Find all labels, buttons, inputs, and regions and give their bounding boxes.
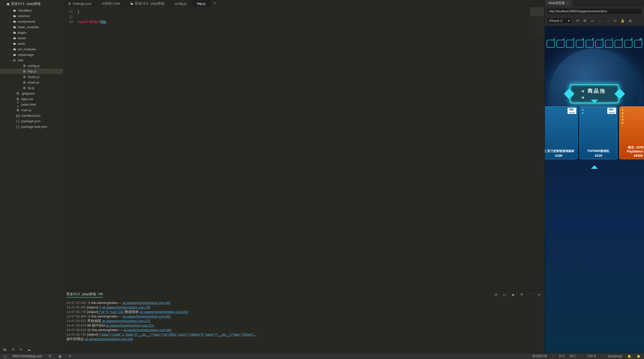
tree-item-router[interactable]: ›🖿router <box>0 35 63 41</box>
console-link[interactable]: at pages/home/luckbox.vue:163 <box>140 310 188 314</box>
tab---V3-3-pay---[interactable]: 🖿盲盒V3.3（pay)前端 <box>125 0 170 7</box>
number-box-8[interactable]: 8 <box>615 40 623 48</box>
tree-item-App-vue[interactable]: 🗎App.vue <box>0 96 63 102</box>
console-object[interactable]: {"id":5,"num":10} <box>99 310 124 314</box>
stop-icon[interactable]: ■ <box>511 293 515 297</box>
console-link[interactable]: at pages/home/luckbox.vue:139 <box>102 305 150 309</box>
console-link[interactable]: at pages/home/luckbox.vue:272 <box>102 319 150 323</box>
browser-tab[interactable]: Web浏览器 × <box>545 0 572 6</box>
number-box-5[interactable]: 5 <box>586 40 594 48</box>
tree-item-main-js[interactable]: 🗎main.js <box>0 107 63 113</box>
tree-item-manifest-json[interactable]: [o]manifest.json <box>0 113 63 118</box>
number-box-7[interactable]: 7 <box>605 40 613 48</box>
collapse-up-icon[interactable]: ˆ <box>528 293 533 297</box>
console-object[interactable]: {"data":{"code":1,"data":[{"__ob__":{"de… <box>99 333 257 336</box>
tab-config-js[interactable]: config.js <box>170 0 192 7</box>
project-name: 盲盒V3.3（pay)前端 <box>11 2 41 6</box>
refresh-icon[interactable]: ↻ <box>19 348 23 351</box>
tree-item--gitignore[interactable]: 🗎.gitignore <box>0 91 63 96</box>
console-link[interactable]: at pages/home/luckbox.vue:294 <box>85 337 133 341</box>
tree-item-share-js[interactable]: 🗎share.js <box>0 79 63 85</box>
cloud-icon[interactable]: ☁ <box>27 348 31 351</box>
tab-Settings-json[interactable]: 🗎Settings.json <box>63 0 97 7</box>
project-header[interactable]: ⌄ ▣ 盲盒V3.3（pay)前端 <box>0 0 63 8</box>
close-icon[interactable]: × <box>567 1 569 5</box>
number-box-10[interactable]: 10 <box>634 40 642 48</box>
device-select[interactable]: iPhone X ▾ <box>547 18 572 24</box>
console-link[interactable]: at pages/home/luckbox.vue:442 <box>123 301 171 305</box>
tree-item-http-js[interactable]: 🗎http.js <box>0 68 63 74</box>
language[interactable]: JavaScript <box>608 354 622 358</box>
number-box-1[interactable]: 1 <box>547 40 555 48</box>
rotate-icon[interactable]: ⟲ <box>575 19 580 23</box>
console-output[interactable]: 14:47:35.450 -1 this.winningIndex---- at… <box>63 299 545 353</box>
settings-icon[interactable]: ⚙ <box>583 19 587 23</box>
console-title[interactable]: 盲盒V3.3（pay)前端 - H5 <box>66 292 103 298</box>
tree-item-node-modules[interactable]: ›🖿node_modules <box>0 24 63 30</box>
tree-item-common[interactable]: ›🖿common <box>0 13 63 19</box>
code-editor[interactable]: 31 32 33 } export default http <box>63 7 545 290</box>
tree-item-static[interactable]: ›🖿static <box>0 41 63 46</box>
code-content[interactable]: } export default http <box>75 7 106 290</box>
collapse-icon[interactable]: ⟲ <box>11 348 15 351</box>
prize-card[interactable]: 高级SENIOR ★ 竞 灵刀定制智游戏鼠标 ¥180 <box>545 106 578 159</box>
tree-item-config-js[interactable]: 🗎config.js <box>0 63 63 68</box>
terminal-icon[interactable]: ▣ <box>58 354 62 358</box>
tree-item--hbuilderx[interactable]: ›🖿.hbuilderx <box>0 8 63 13</box>
prize-card[interactable]: 传 ★★★★★ 索尼（SONY）PlayStation PS5 ¥4568 <box>619 106 644 159</box>
number-box-3[interactable]: 3 <box>566 40 574 48</box>
tabs-more[interactable]: ▾ <box>211 0 219 7</box>
minimap[interactable] <box>530 7 545 37</box>
tree-item-utils[interactable]: ⌄🗁utils <box>0 57 63 63</box>
status-bar: ◯ 3500710050@qq.com ☰ ▣ ⟳ 语法提示库 | 行:1 列:… <box>0 353 644 359</box>
lock-icon[interactable]: 🔓 <box>620 19 625 23</box>
restart-icon[interactable]: ⟳ <box>494 293 498 297</box>
file-icon: 🗎 <box>23 69 26 73</box>
tree-item-unpackage[interactable]: ›🖿unpackage <box>0 52 63 57</box>
notification-icon[interactable]: 🔔 <box>627 354 631 358</box>
back-icon[interactable]: ← <box>598 19 602 23</box>
bell-icon[interactable]: 🔔 <box>637 354 640 358</box>
tree-item-tip-js[interactable]: 🗎tip.js <box>0 85 63 91</box>
folder-icon: 🖿 <box>13 9 16 12</box>
tree-item-package-lock-json[interactable]: { }package-lock.json <box>0 124 63 129</box>
tree-item-pages[interactable]: ›🖿pages <box>0 30 63 35</box>
user-icon[interactable]: ◯ <box>4 354 7 358</box>
play-icon[interactable]: ▷ <box>502 293 507 297</box>
user-email[interactable]: 3500710050@qq.com <box>12 354 42 358</box>
number-box-4[interactable]: 4 <box>576 40 584 48</box>
tree-item-music-js[interactable]: 🗎music.js <box>0 74 63 79</box>
reload-icon[interactable]: ↻ <box>613 19 617 23</box>
arrow-up-icon <box>591 162 598 169</box>
console-object[interactable]: {} <box>99 305 101 309</box>
forward-icon[interactable]: → <box>605 19 610 23</box>
console-link[interactable]: at pages/home/luckbox.vue:274 <box>106 324 154 327</box>
external-icon[interactable]: ⇱ <box>519 293 524 297</box>
number-box-9[interactable]: 9 <box>624 40 632 48</box>
sync-icon[interactable]: ⟳ <box>68 354 72 358</box>
console-link[interactable]: at pages/home/luckbox.vue:442 <box>123 314 171 318</box>
tab-http-js[interactable]: http.js <box>192 0 211 7</box>
tree-item-components[interactable]: ›🖿components <box>0 19 63 24</box>
row-indicator[interactable]: 行:1 <box>559 354 565 358</box>
col-indicator[interactable]: 列:1 <box>570 354 576 358</box>
syntax-hint[interactable]: 语法提示库 <box>532 354 547 358</box>
tree-item-uni-modules[interactable]: ›🖿uni_modules <box>0 46 63 52</box>
tab-AI---1-bat[interactable]: AI启动-1.bat <box>97 0 125 7</box>
mobile-preview[interactable]: 12345678910 « 商品池 » 高级SENIOR ★ 竞 灵刀定制智游戏… <box>545 26 644 353</box>
encoding[interactable]: UTF-8 <box>587 354 596 358</box>
tree-item-package-json[interactable]: { }package.json <box>0 118 63 124</box>
card-price: ¥180 <box>545 154 576 157</box>
qr-icon[interactable]: ⊞ <box>628 19 632 23</box>
close-icon[interactable]: ×⁞ <box>537 293 541 297</box>
number-box-2[interactable]: 2 <box>556 40 565 48</box>
address-bar[interactable] <box>547 8 642 15</box>
number-box-6[interactable]: 6 <box>595 40 603 48</box>
tree-item-index-html[interactable]: < >index.html <box>0 102 63 107</box>
outline-icon[interactable]: ☰ <box>48 354 52 358</box>
console-link[interactable]: at pages/home/luckbox.vue:442 <box>124 328 172 332</box>
devtools-icon[interactable]: ▭ <box>590 19 595 23</box>
prize-card[interactable]: 高级SENIOR ★★ PSP4000游戏机 ¥339 <box>580 106 617 159</box>
http-reference[interactable]: http <box>100 20 106 24</box>
new-file-icon[interactable]: ▤ <box>3 348 7 351</box>
